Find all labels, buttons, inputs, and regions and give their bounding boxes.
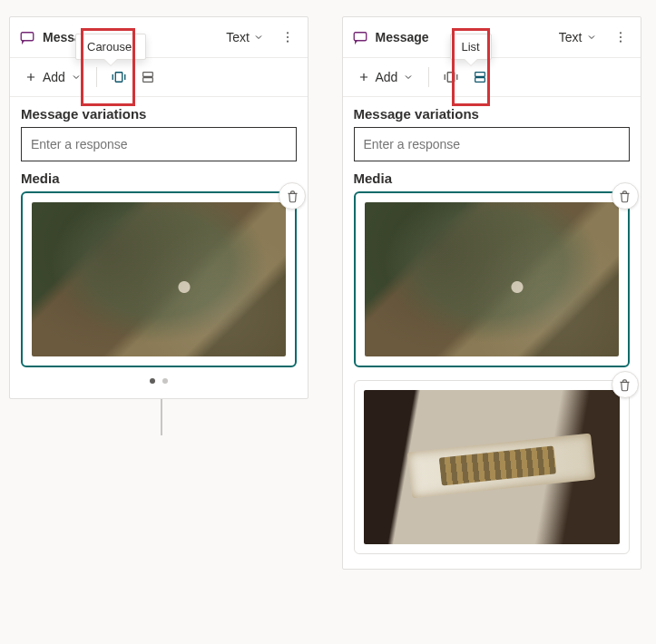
media-thumbnail — [32, 202, 286, 356]
variations-label: Message variations — [21, 106, 297, 122]
message-icon — [19, 29, 35, 45]
more-vertical-icon — [613, 30, 628, 44]
media-label: Media — [21, 171, 297, 186]
list-icon — [473, 70, 487, 84]
media-card[interactable] — [21, 191, 297, 367]
trash-icon — [618, 190, 632, 203]
svg-rect-4 — [115, 73, 122, 83]
carousel-icon — [111, 70, 127, 84]
tooltip-carousel: Carousel — [75, 34, 146, 60]
response-input[interactable] — [21, 127, 297, 161]
media-card[interactable] — [354, 191, 630, 367]
svg-point-10 — [619, 41, 621, 43]
trash-icon — [618, 378, 632, 392]
svg-rect-11 — [448, 73, 455, 83]
carousel-icon — [443, 70, 459, 84]
svg-point-9 — [619, 36, 621, 38]
svg-point-8 — [619, 32, 621, 34]
media-thumbnail — [365, 202, 619, 356]
plus-icon — [24, 71, 37, 83]
chevron-down-icon — [253, 32, 264, 43]
text-dd-label: Text — [559, 30, 583, 44]
pager-dot[interactable] — [150, 378, 155, 384]
add-label: Add — [43, 70, 65, 84]
message-node-right: Message Text List Add — [342, 16, 641, 570]
svg-rect-5 — [143, 73, 153, 77]
media-card[interactable] — [354, 380, 630, 554]
more-vertical-icon — [280, 30, 295, 44]
layout-list-button[interactable] — [135, 64, 161, 90]
message-icon — [352, 29, 368, 45]
text-type-dropdown[interactable]: Text — [220, 26, 269, 48]
layout-carousel-button[interactable] — [438, 64, 464, 90]
media-thumbnail — [364, 390, 620, 544]
trash-icon — [286, 190, 299, 203]
svg-rect-6 — [143, 78, 153, 83]
add-button[interactable]: Add — [352, 66, 420, 88]
chevron-down-icon — [403, 72, 414, 83]
svg-rect-0 — [21, 33, 34, 41]
plus-icon — [357, 71, 370, 83]
add-label: Add — [376, 70, 398, 84]
response-input[interactable] — [354, 127, 630, 161]
add-button[interactable]: Add — [19, 66, 87, 88]
layout-carousel-button[interactable] — [106, 64, 132, 90]
text-type-dropdown[interactable]: Text — [553, 26, 602, 48]
separator — [96, 67, 97, 87]
svg-point-3 — [287, 41, 289, 43]
panel-title: Message — [376, 30, 429, 44]
tooltip-list: List — [450, 34, 492, 60]
carousel-pager[interactable] — [21, 378, 297, 384]
more-button[interactable] — [277, 26, 299, 48]
svg-point-1 — [287, 32, 289, 34]
layout-list-button[interactable] — [467, 64, 493, 90]
svg-rect-7 — [354, 33, 367, 41]
variations-label: Message variations — [354, 106, 630, 122]
pager-dot[interactable] — [162, 378, 168, 384]
media-label: Media — [354, 171, 630, 186]
list-icon — [141, 70, 155, 84]
more-button[interactable] — [610, 26, 632, 48]
chevron-down-icon — [586, 32, 597, 43]
svg-rect-13 — [475, 78, 485, 83]
delete-media-button[interactable] — [279, 182, 306, 210]
separator — [428, 67, 429, 87]
text-dd-label: Text — [226, 30, 250, 44]
delete-media-button[interactable] — [612, 371, 639, 398]
delete-media-button[interactable] — [612, 182, 639, 210]
svg-rect-12 — [475, 73, 485, 77]
svg-point-2 — [287, 36, 289, 38]
chevron-down-icon — [71, 72, 82, 83]
flow-connector — [161, 399, 162, 435]
message-node-left: Message Text Carousel Add — [9, 16, 308, 399]
